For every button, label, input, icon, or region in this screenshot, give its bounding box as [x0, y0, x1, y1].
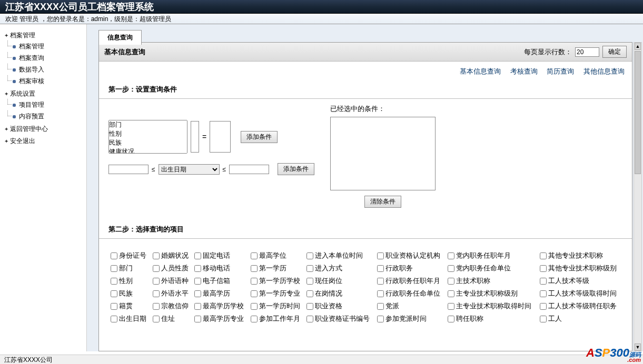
field-checkbox[interactable]: 聘任职称 [448, 315, 483, 322]
scroll-thumb[interactable] [635, 51, 641, 174]
field-checkbox[interactable]: 婚姻状况 [153, 251, 189, 259]
link-resume-query[interactable]: 简历查询 [547, 67, 574, 75]
nav-item[interactable]: ✦ 档案管理 [4, 32, 35, 39]
divider-2 [99, 238, 632, 239]
operator-input[interactable] [191, 121, 199, 153]
field-checkbox[interactable]: 职业资格证书编号 [306, 315, 370, 322]
field-checkbox[interactable]: 身份证号 [111, 251, 146, 259]
nav-subitem[interactable]: 档案审核 [13, 77, 44, 85]
rows-per-page-input[interactable] [575, 47, 599, 57]
field-checkbox[interactable]: 行政职务任职年月 [377, 277, 440, 285]
confirm-button[interactable]: 确定 [602, 46, 627, 58]
lte-icon-2: ≤ [223, 166, 226, 173]
link-assess-query[interactable]: 考核查询 [510, 67, 538, 75]
field-checkbox[interactable]: 主专业技术职称级别 [448, 289, 518, 297]
field-checkbox[interactable]: 工人技术等级 [540, 277, 589, 285]
field-checkbox[interactable]: 工人技术等级聘任职务 [540, 302, 617, 310]
value-input[interactable] [210, 121, 231, 153]
field-checkbox[interactable]: 党内职务任命单位 [448, 264, 511, 272]
equals-icon: = [202, 133, 206, 141]
field-checkbox[interactable]: 第一学历学校 [251, 277, 300, 285]
field-checkbox-grid: 身份证号婚姻状况固定电话最高学位进入本单位时间职业资格认定机构党内职务任职年月其… [99, 244, 632, 330]
scroll-down-icon[interactable]: ▼ [635, 343, 641, 351]
field-checkbox[interactable]: 第一学历时间 [251, 302, 300, 310]
field-checkbox[interactable]: 最高学历专业 [194, 315, 244, 322]
field-checkbox[interactable]: 参加工作年月 [251, 315, 300, 322]
content-panel: 基本信息查询 每页显示行数： 确定 基本信息查询 考核查询 简历查询 其他信息查… [98, 42, 632, 351]
divider [99, 98, 632, 99]
clear-conditions-button[interactable]: 清除条件 [364, 196, 401, 208]
field-checkbox[interactable]: 部门 [111, 264, 133, 272]
nav-subitem[interactable]: 项目管理 [13, 101, 44, 108]
field-checkbox[interactable]: 在岗情况 [306, 289, 342, 297]
section-title: 基本信息查询 [104, 47, 145, 57]
range-to-input[interactable] [229, 165, 269, 174]
field-checkbox[interactable]: 固定电话 [194, 251, 230, 259]
app-header: 江苏省XXXX公司员工档案管理系统 [0, 0, 643, 14]
field-checkbox[interactable]: 最高学历学校 [194, 302, 244, 310]
section-header: 基本信息查询 每页显示行数： 确定 [99, 43, 632, 62]
nav-subitem[interactable]: 档案管理 [13, 43, 44, 50]
main-area: 信息查询 基本信息查询 每页显示行数： 确定 基本信息查询 考核查询 简历查询 … [87, 24, 643, 351]
field-checkbox[interactable]: 民族 [111, 289, 133, 297]
scroll-up-icon[interactable]: ▲ [635, 43, 641, 50]
field-checkbox[interactable]: 其他专业技术职称 [540, 251, 603, 259]
field-checkbox[interactable]: 行政职务任命单位 [377, 289, 440, 297]
field-checkbox[interactable]: 外语语种 [153, 277, 189, 285]
field-checkbox[interactable]: 电子信箱 [194, 277, 230, 285]
nav-subitem[interactable]: 档案查询 [13, 54, 44, 62]
add-condition-button-1[interactable]: 添加条件 [241, 131, 278, 143]
field-checkbox[interactable]: 外语水平 [153, 289, 189, 297]
nav-item[interactable]: ✦ 返回管理中心 [4, 125, 48, 133]
nav-item[interactable]: ✦ 安全退出 [4, 137, 35, 145]
field-checkbox[interactable]: 性别 [111, 277, 133, 285]
welcome-bar: 欢迎 管理员 ，您的登录名是：admin，级别是：超级管理员 [0, 14, 643, 24]
field-checkbox[interactable]: 移动电话 [194, 264, 230, 272]
field-checkbox[interactable]: 进入方式 [306, 264, 342, 272]
field-checkbox[interactable]: 进入本单位时间 [306, 251, 363, 259]
condition-area: 部门性别民族健康状况 = 添加条件 ≤ 出生日期 ≤ [99, 104, 632, 216]
welcome-text: 欢迎 管理员 ，您的登录名是：admin，级别是：超级管理员 [5, 15, 171, 23]
step1-title: 第一步：设置查询条件 [99, 76, 632, 98]
link-other-query[interactable]: 其他信息查询 [583, 67, 625, 75]
field-checkbox[interactable]: 最高学历 [194, 289, 230, 297]
field-checkbox[interactable]: 党内职务任职年月 [448, 251, 511, 259]
field-checkbox[interactable]: 参加党派时间 [377, 315, 427, 322]
field-checkbox[interactable]: 宗教信仰 [153, 302, 189, 310]
field-checkbox[interactable]: 最高学位 [251, 251, 286, 259]
sidebar: ✦ 档案管理档案管理档案查询数据导入档案审核✦ 系统设置项目管理内容预置✦ 返回… [0, 24, 87, 351]
field-checkbox[interactable]: 人员性质 [153, 264, 189, 272]
field-checkbox[interactable]: 其他专业技术职称级别 [540, 264, 617, 272]
field-checkbox[interactable]: 职业资格 [306, 302, 342, 310]
range-from-input[interactable] [108, 165, 149, 174]
field-checkbox[interactable]: 主技术职称 [448, 277, 490, 285]
field-checkbox[interactable]: 职业资格认定机构 [377, 251, 440, 259]
field-checkbox[interactable]: 现任岗位 [306, 277, 342, 285]
nav-tree: ✦ 档案管理档案管理档案查询数据导入档案审核✦ 系统设置项目管理内容预置✦ 返回… [2, 29, 84, 147]
nav-subitem[interactable]: 内容预置 [13, 113, 44, 120]
add-condition-button-2[interactable]: 添加条件 [278, 163, 314, 175]
field-checkbox[interactable]: 籍贯 [111, 302, 133, 310]
scrollbar[interactable]: ▲ ▼ [634, 42, 642, 351]
nav-item[interactable]: ✦ 系统设置 [4, 90, 35, 97]
app-title: 江苏省XXXX公司员工档案管理系统 [5, 2, 154, 12]
field-checkbox[interactable]: 出生日期 [111, 315, 146, 322]
link-basic-query[interactable]: 基本信息查询 [460, 67, 501, 75]
query-links: 基本信息查询 考核查询 简历查询 其他信息查询 [99, 62, 632, 76]
tab-info-query[interactable]: 信息查询 [98, 30, 142, 45]
selected-conditions-box[interactable] [330, 117, 436, 190]
field-checkbox[interactable]: 第一学历 [251, 264, 286, 272]
field-checkbox[interactable]: 党派 [377, 302, 399, 310]
condition-row-1: 部门性别民族健康状况 = 添加条件 [108, 120, 314, 154]
field-checkbox[interactable]: 主专业技术职称取得时间 [448, 302, 531, 310]
date-field-select[interactable]: 出生日期 [159, 164, 220, 175]
field-checkbox[interactable]: 行政职务 [377, 264, 413, 272]
field-select[interactable]: 部门性别民族健康状况 [108, 120, 187, 154]
field-checkbox[interactable]: 住址 [153, 315, 175, 322]
lte-icon-1: ≤ [152, 166, 155, 173]
condition-row-2: ≤ 出生日期 ≤ 添加条件 [108, 163, 314, 175]
nav-subitem[interactable]: 数据导入 [13, 66, 44, 73]
field-checkbox[interactable]: 工人技术等级取得时间 [540, 289, 617, 297]
field-checkbox[interactable]: 工人 [540, 315, 562, 322]
field-checkbox[interactable]: 第一学历专业 [251, 289, 300, 297]
